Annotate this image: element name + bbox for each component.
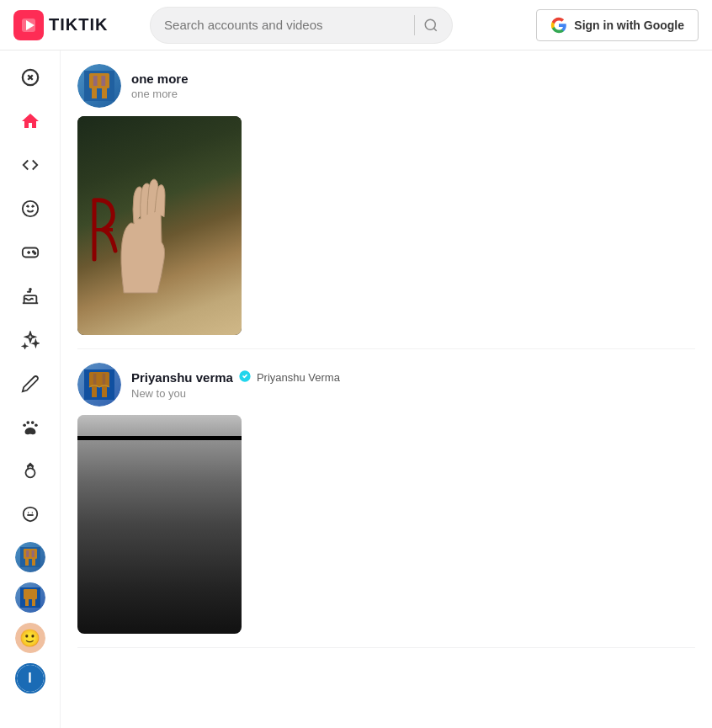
sign-in-button[interactable]: Sign in with Google — [536, 9, 699, 41]
svg-rect-35 — [93, 76, 98, 86]
sidebar-item-food[interactable] — [10, 276, 50, 316]
search-button[interactable] — [423, 18, 438, 33]
svg-rect-26 — [31, 550, 34, 557]
card-1-user-info: one more one more — [131, 72, 189, 100]
card-1-username: one more — [131, 72, 189, 86]
sidebar-item-explore[interactable] — [10, 145, 50, 185]
sidebar-item-close[interactable] — [10, 57, 50, 98]
main-content: one more one more — [61, 50, 712, 728]
google-logo-icon — [550, 17, 567, 34]
svg-point-2 — [425, 19, 435, 29]
svg-rect-33 — [92, 86, 97, 98]
svg-rect-40 — [102, 385, 107, 397]
sidebar-avatar-2[interactable] — [15, 582, 45, 613]
svg-point-7 — [22, 201, 37, 216]
search-input[interactable] — [164, 18, 406, 32]
layout: 🙂 I — [0, 50, 712, 728]
logo-text: TIKTIK — [49, 15, 108, 35]
sidebar: 🙂 I — [0, 50, 61, 728]
video-card-1: one more one more — [77, 50, 695, 349]
video-card-2: Priyanshu verma Priyanshu Verma New to y… — [77, 349, 695, 648]
logo: TIKTIK — [13, 10, 108, 40]
svg-rect-39 — [92, 385, 97, 397]
svg-rect-42 — [103, 374, 106, 385]
svg-point-14 — [34, 252, 35, 254]
logo-icon — [13, 10, 44, 40]
sidebar-item-gaming[interactable] — [10, 232, 50, 273]
sidebar-avatar-4[interactable]: I — [15, 663, 45, 693]
search-divider — [414, 15, 415, 35]
sidebar-item-anime[interactable] — [10, 495, 50, 535]
svg-rect-23 — [25, 557, 29, 566]
svg-rect-29 — [25, 598, 29, 606]
search-bar[interactable] — [150, 7, 453, 44]
verified-badge — [238, 369, 252, 385]
svg-rect-41 — [93, 374, 97, 385]
sidebar-item-trending[interactable] — [10, 320, 50, 360]
card-1-avatar[interactable] — [77, 64, 121, 108]
sidebar-item-pets[interactable] — [10, 407, 50, 448]
svg-point-20 — [25, 468, 35, 477]
card-1-thumbnail[interactable] — [77, 116, 242, 335]
svg-point-18 — [30, 421, 34, 424]
sign-in-label: Sign in with Google — [574, 19, 684, 32]
svg-rect-24 — [32, 557, 35, 566]
sidebar-avatar-1[interactable] — [15, 542, 45, 572]
card-2-thumbnail[interactable] — [77, 415, 242, 634]
card-2-subtitle: New to you — [131, 387, 340, 400]
svg-point-16 — [23, 423, 26, 427]
header: TIKTIK Sign in with Google — [0, 0, 712, 50]
card-1-header: one more one more — [77, 64, 695, 108]
card-2-username: Priyanshu verma Priyanshu Verma — [131, 369, 340, 385]
sidebar-item-following[interactable] — [10, 189, 50, 229]
svg-point-19 — [35, 423, 38, 427]
sidebar-avatar-3[interactable]: 🙂 — [15, 623, 45, 653]
svg-rect-30 — [32, 598, 35, 606]
svg-point-17 — [26, 421, 29, 424]
svg-line-3 — [434, 28, 437, 30]
svg-point-15 — [29, 289, 31, 290]
svg-rect-34 — [102, 86, 107, 98]
card-1-subtitle: one more — [131, 88, 189, 100]
sidebar-item-home[interactable] — [10, 101, 50, 141]
svg-rect-25 — [26, 550, 29, 557]
sidebar-item-beauty[interactable] — [10, 364, 50, 404]
svg-rect-36 — [101, 76, 105, 86]
card-2-avatar[interactable] — [77, 363, 121, 407]
card-2-header: Priyanshu verma Priyanshu Verma New to y… — [77, 363, 695, 407]
sidebar-item-sports[interactable] — [10, 451, 50, 492]
card-2-user-info: Priyanshu verma Priyanshu Verma New to y… — [131, 369, 340, 400]
